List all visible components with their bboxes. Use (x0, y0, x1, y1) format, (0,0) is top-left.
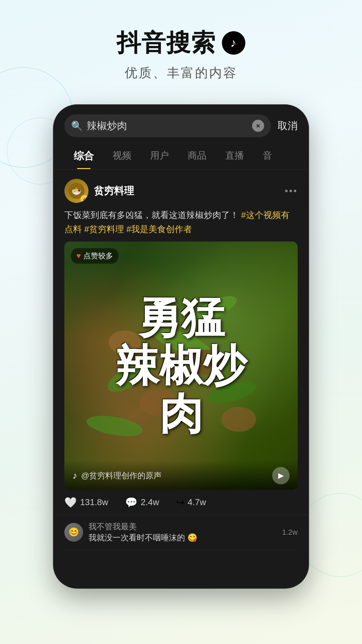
comment-item: 😊 我不管我最美 我就没一次看时不咽唾沫的 😋 1.2w (64, 515, 298, 550)
share-count: 4.7w (188, 497, 206, 507)
tabs-container: 综合 视频 用户 商品 直播 音 (54, 143, 308, 169)
post-text: 下饭菜到底有多凶猛，就看这道辣椒炒肉了！ #这个视频有点料 #贫穷料理 #我是美… (64, 208, 298, 236)
svg-text:🍜: 🍜 (71, 186, 81, 196)
header-section: 抖音搜索 ♪ 优质、丰富的内容 (0, 0, 362, 95)
video-badge: ♥ 点赞较多 (71, 248, 118, 264)
commenter-avatar: 😊 (64, 523, 83, 542)
search-input-box[interactable]: 🔍 辣椒炒肉 × (64, 114, 271, 137)
content-area: 🍜 ✓ 贫穷料理 ••• 下饭菜到底有多凶猛，就看这道辣椒炒肉了！ (54, 169, 308, 588)
heart-icon: ♥ (76, 252, 81, 260)
phone-wrapper: 🔍 辣椒炒肉 × 取消 综合 视频 用户 商品 直播 音 (0, 105, 362, 588)
play-button[interactable]: ▶ (272, 467, 290, 484)
comment-text: 我就没一次看时不咽唾沫的 😋 (88, 532, 277, 543)
comment-icon: 💬 (125, 496, 137, 508)
like-icon: 🤍 (64, 496, 77, 508)
stats-bar: 🤍 131.8w 💬 2.4w ↪ 4.7w (54, 490, 308, 515)
tab-音乐[interactable]: 音 (253, 143, 282, 169)
comment-stat[interactable]: 💬 2.4w (125, 496, 159, 508)
search-icon: 🔍 (71, 120, 83, 131)
badge-label: 点赞较多 (83, 251, 113, 261)
phone-frame: 🔍 辣椒炒肉 × 取消 综合 视频 用户 商品 直播 音 (54, 105, 308, 588)
cancel-button[interactable]: 取消 (278, 119, 298, 133)
video-source: @贫穷料理创作的原声 (81, 470, 268, 481)
verified-badge: ✓ (80, 195, 88, 203)
search-bar-container: 🔍 辣椒炒肉 × 取消 (54, 105, 308, 143)
more-options-icon[interactable]: ••• (285, 185, 298, 196)
post-card: 🍜 ✓ 贫穷料理 ••• 下饭菜到底有多凶猛，就看这道辣椒炒肉了！ (54, 169, 308, 241)
clear-button[interactable]: × (252, 120, 264, 132)
comment-section: 😊 我不管我最美 我就没一次看时不咽唾沫的 😋 1.2w (54, 515, 308, 550)
post-header: 🍜 ✓ 贫穷料理 ••• (64, 179, 298, 203)
tiktok-logo-icon: ♪ (222, 31, 245, 55)
search-input[interactable]: 辣椒炒肉 (87, 119, 248, 133)
app-title: 抖音搜索 ♪ (0, 27, 362, 59)
share-stat[interactable]: ↪ 4.7w (176, 496, 206, 508)
video-card[interactable]: 勇猛辣椒炒肉 ♥ 点赞较多 ♪ @贫穷料理创作的原声 ▶ (64, 241, 298, 490)
comment-content: 我不管我最美 我就没一次看时不咽唾沫的 😋 (88, 521, 277, 543)
tab-商品[interactable]: 商品 (178, 143, 216, 169)
user-info: 🍜 ✓ 贫穷料理 (64, 179, 134, 203)
commenter-name[interactable]: 我不管我最美 (88, 521, 277, 532)
tab-直播[interactable]: 直播 (216, 143, 253, 169)
title-text: 抖音搜索 (117, 27, 216, 59)
share-icon: ↪ (176, 496, 184, 508)
comment-count: 2.4w (141, 497, 159, 507)
like-count: 131.8w (80, 497, 108, 507)
tab-用户[interactable]: 用户 (141, 143, 178, 169)
avatar[interactable]: 🍜 ✓ (64, 179, 88, 203)
hashtag-3[interactable]: #我是美食创作者 (126, 224, 192, 234)
video-background: 勇猛辣椒炒肉 ♥ 点赞较多 ♪ @贫穷料理创作的原声 ▶ (64, 241, 298, 490)
like-stat[interactable]: 🤍 131.8w (64, 496, 108, 508)
header-subtitle: 优质、丰富的内容 (0, 64, 362, 82)
phone-inner: 🔍 辣椒炒肉 × 取消 综合 视频 用户 商品 直播 音 (54, 105, 308, 588)
hashtag-2[interactable]: #贫穷料理 (84, 224, 126, 234)
tab-综合[interactable]: 综合 (64, 143, 103, 169)
tiktok-audio-icon: ♪ (72, 470, 77, 481)
video-text-overlay: 勇猛辣椒炒肉 (64, 241, 298, 490)
video-title-text: 勇猛辣椒炒肉 (116, 294, 246, 438)
video-footer: ♪ @贫穷料理创作的原声 ▶ (64, 460, 298, 490)
post-username[interactable]: 贫穷料理 (94, 184, 134, 198)
comment-like-count[interactable]: 1.2w (282, 528, 298, 537)
tab-视频[interactable]: 视频 (103, 143, 141, 169)
post-main-text: 下饭菜到底有多凶猛，就看这道辣椒炒肉了！ (64, 210, 239, 220)
